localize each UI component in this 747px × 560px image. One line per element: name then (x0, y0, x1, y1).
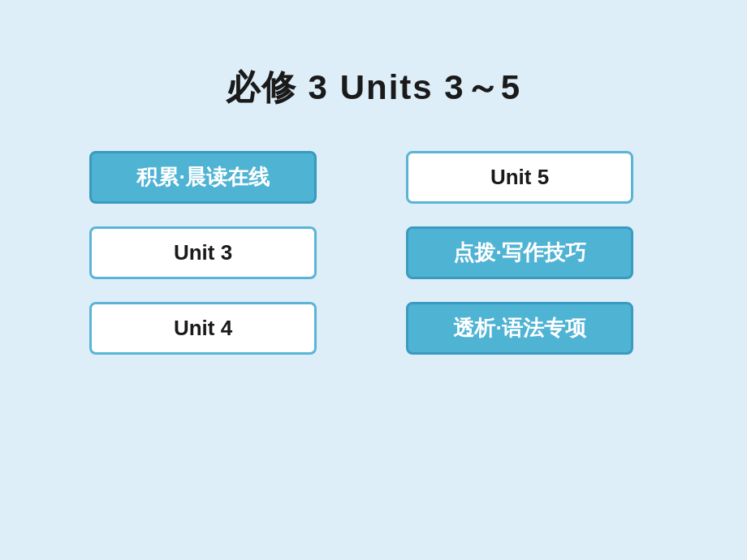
button-touxi[interactable]: 透析·语法专项 (406, 302, 633, 355)
button-unit5[interactable]: Unit 5 (406, 151, 633, 204)
menu-grid: 积累·晨读在线 Unit 5 Unit 3 点拨·写作技巧 Unit 4 透析·… (89, 151, 658, 355)
button-jilei[interactable]: 积累·晨读在线 (89, 151, 317, 204)
button-unit3[interactable]: Unit 3 (89, 226, 317, 279)
button-unit4[interactable]: Unit 4 (89, 302, 317, 355)
button-dianjie[interactable]: 点拨·写作技巧 (406, 226, 633, 279)
title-section: 必修 3 Units 3～5 (226, 65, 521, 110)
page-title: 必修 3 Units 3～5 (226, 65, 521, 110)
